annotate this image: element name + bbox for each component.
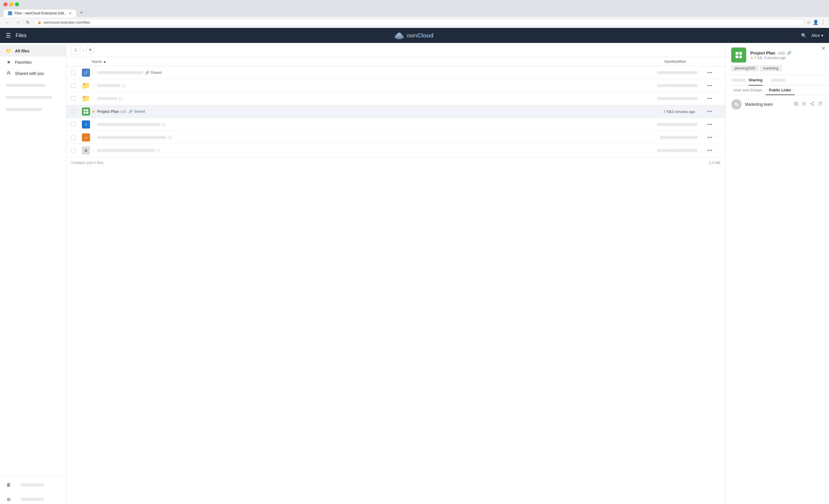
row1-share-icon: 🔗 bbox=[145, 71, 149, 75]
row5-star[interactable]: ☆ bbox=[92, 122, 96, 127]
detail-close-button[interactable]: ✕ bbox=[821, 45, 826, 51]
sidebar-item-shared-with-you[interactable]: Shared with you bbox=[0, 68, 66, 79]
file-row[interactable]: 🖼 ☆ ⬡ ••• bbox=[66, 144, 725, 157]
user-profile-icon[interactable]: 👤 bbox=[813, 20, 819, 25]
browser-forward-button[interactable]: → bbox=[14, 19, 22, 26]
row6-name-placeholder bbox=[97, 136, 167, 139]
file-area: ⌂ › + Name ▲ Size Modified bbox=[66, 43, 725, 504]
row6-star[interactable]: ☆ bbox=[92, 135, 96, 140]
row1-more-button[interactable]: ••• bbox=[706, 70, 713, 76]
topnav-user[interactable]: Alice ▾ bbox=[812, 33, 823, 38]
svg-rect-7 bbox=[794, 102, 797, 105]
row6-icon: ▭ bbox=[81, 133, 91, 142]
sidebar-bottom: 🗑 ⚙ bbox=[0, 475, 66, 504]
row3-checkbox[interactable] bbox=[71, 96, 76, 101]
row1-share-badge: 🔗 Shared bbox=[145, 71, 162, 75]
row6-more-button[interactable]: ••• bbox=[706, 134, 713, 141]
file-row[interactable]: 📁 ☆ ⬡ ••• bbox=[66, 79, 725, 92]
sidebar-placeholder-3 bbox=[6, 108, 42, 111]
svg-point-5 bbox=[8, 72, 9, 73]
row1-modified-placeholder bbox=[672, 71, 697, 74]
browser-back-button[interactable]: ← bbox=[3, 19, 11, 26]
row4-checkbox[interactable] bbox=[71, 109, 76, 114]
sidebar-item-trash[interactable]: 🗑 bbox=[0, 478, 66, 492]
sharing-sub-tab-public-links[interactable]: Public Links bbox=[765, 86, 795, 95]
browser-dot-yellow[interactable] bbox=[9, 2, 13, 6]
row7-checkbox[interactable] bbox=[71, 148, 76, 153]
file-row[interactable]: ≡ ☆ ⬡ ••• bbox=[66, 118, 725, 131]
folder-icon: 📁 bbox=[82, 94, 90, 103]
home-button[interactable]: ⌂ bbox=[71, 45, 80, 54]
file-row-project-plan[interactable]: ★ Project Plan.ods 🔗 Shared 7 KB 3 minut… bbox=[66, 105, 725, 118]
row5-share-icon: ⬡ bbox=[163, 122, 166, 127]
public-link-actions bbox=[793, 101, 823, 108]
row1-actions: ••• bbox=[706, 70, 721, 76]
header-size-col: Size bbox=[637, 60, 672, 64]
row6-name-cell: ☆ ⬡ bbox=[92, 135, 637, 140]
detail-file-icon bbox=[731, 47, 746, 63]
browser-dot-red[interactable] bbox=[3, 2, 7, 6]
browser-tab-close[interactable]: ✕ bbox=[69, 11, 72, 15]
row5-icon: ≡ bbox=[81, 120, 91, 129]
browser-menu-icon[interactable]: ⋮ bbox=[821, 20, 826, 25]
browser-refresh-button[interactable]: ↻ bbox=[24, 19, 31, 26]
row7-star[interactable]: ☆ bbox=[92, 148, 96, 153]
row2-checkbox[interactable] bbox=[71, 83, 76, 88]
tag-marketing[interactable]: marketing bbox=[760, 66, 782, 71]
topnav-logo-text: ownCloud bbox=[407, 32, 434, 39]
delete-link-button[interactable] bbox=[818, 101, 823, 108]
topnav-right: 🔍 Alice ▾ bbox=[801, 33, 823, 38]
row3-star[interactable]: ☆ bbox=[92, 96, 96, 101]
browser-tab-title: Files - ownCloud Enterprise Edit... bbox=[14, 11, 67, 15]
row1-checkbox[interactable] bbox=[71, 70, 76, 75]
browser-dot-green[interactable] bbox=[15, 2, 19, 6]
topnav-search-icon[interactable]: 🔍 bbox=[801, 33, 807, 38]
browser-tab-active[interactable]: Files - ownCloud Enterprise Edit... ✕ bbox=[3, 9, 76, 17]
row4-star[interactable]: ★ bbox=[92, 109, 96, 114]
copy-link-button[interactable] bbox=[793, 101, 799, 108]
header-name-col[interactable]: Name ▲ bbox=[92, 60, 637, 64]
app-main: 📁 All files ★ Favorites Shared with you bbox=[0, 43, 829, 504]
row2-star[interactable]: ☆ bbox=[92, 83, 96, 88]
link-settings-button[interactable] bbox=[801, 101, 807, 108]
row6-checkbox[interactable] bbox=[71, 135, 76, 140]
trash-icon: 🗑 bbox=[6, 482, 11, 488]
row3-more-button[interactable]: ••• bbox=[706, 95, 713, 102]
svg-point-9 bbox=[813, 102, 814, 103]
sharing-sub-tab-user-groups[interactable]: User and Groups bbox=[730, 86, 765, 95]
row1-star[interactable]: ☆ bbox=[92, 70, 96, 75]
document-icon: ≡ bbox=[82, 120, 90, 128]
row2-more-button[interactable]: ••• bbox=[706, 82, 713, 89]
sidebar-settings-label-placeholder bbox=[21, 498, 44, 501]
sidebar-item-all-files[interactable]: 📁 All files bbox=[0, 45, 66, 56]
svg-rect-14 bbox=[819, 103, 822, 106]
row4-modified: 3 minutes ago bbox=[672, 110, 706, 114]
file-table: Name ▲ Size Modified 🔗 ☆ bbox=[66, 57, 725, 504]
sidebar-all-files-label: All files bbox=[15, 49, 29, 53]
tag-planning2020[interactable]: planning2020 bbox=[731, 66, 758, 71]
browser-new-tab-button[interactable]: + bbox=[77, 9, 85, 17]
row7-more-button[interactable]: ••• bbox=[706, 147, 713, 154]
topnav-user-chevron: ▾ bbox=[821, 33, 823, 38]
row5-checkbox[interactable] bbox=[71, 122, 76, 127]
sharing-tab-main[interactable]: Sharing bbox=[749, 75, 762, 86]
sidebar-item-settings[interactable]: ⚙ bbox=[0, 492, 66, 504]
topnav-menu-icon[interactable]: ☰ bbox=[6, 32, 11, 39]
file-row[interactable]: 🔗 ☆ 🔗 Shared ••• bbox=[66, 66, 725, 79]
row3-share-icon: ⬡ bbox=[119, 96, 122, 101]
row4-icon bbox=[81, 107, 91, 116]
row4-filename-main: Project Plan bbox=[97, 109, 119, 114]
share-link-button[interactable] bbox=[809, 101, 815, 108]
file-row[interactable]: 📁 ☆ ⬡ ••• bbox=[66, 92, 725, 105]
row5-more-button[interactable]: ••• bbox=[706, 121, 713, 128]
row4-more-button[interactable]: ••• bbox=[706, 108, 713, 115]
file-row[interactable]: ▭ ☆ ⬡ ••• bbox=[66, 131, 725, 144]
browser-address-bar[interactable]: 🔒 owncloud.example.com/files bbox=[34, 19, 804, 26]
row1-modified bbox=[672, 71, 706, 74]
row4-name-cell: ★ Project Plan.ods 🔗 Shared bbox=[92, 109, 637, 114]
add-new-button[interactable]: + bbox=[86, 45, 95, 54]
detail-filename: Project Plan.ods 🔗 bbox=[750, 50, 823, 55]
sidebar-item-favorites[interactable]: ★ Favorites bbox=[0, 56, 66, 68]
sharing-tab-bar: Sharing bbox=[725, 75, 829, 86]
bookmark-icon[interactable]: ☆ bbox=[806, 20, 810, 25]
